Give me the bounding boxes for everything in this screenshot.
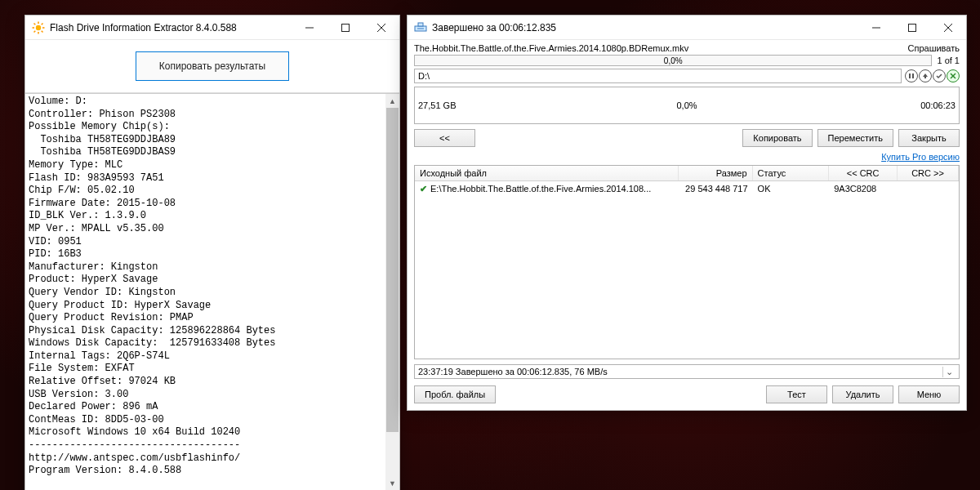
col-crc-out[interactable]: CRC >> xyxy=(898,166,959,180)
col-crc-in[interactable]: << CRC xyxy=(829,166,898,180)
minimize-button[interactable] xyxy=(858,16,894,40)
col-size[interactable]: Размер xyxy=(679,166,753,180)
cell-crc-in: 9A3C8208 xyxy=(829,183,898,195)
bottom-button-row: Пробл. файлы Тест Удалить Меню xyxy=(414,385,960,403)
vertical-scrollbar[interactable]: ▲ ▼ xyxy=(385,94,399,490)
buy-pro-link[interactable]: Купить Pro версию xyxy=(881,152,960,162)
main-button-row: << Копировать Переместить Закрыть xyxy=(414,129,960,147)
copy-bar: Копировать результаты xyxy=(25,40,399,93)
titlebar[interactable]: Завершено за 00:06:12.835 xyxy=(408,16,966,40)
total-time: 00:06:23 xyxy=(920,100,956,110)
file-list-header: Исходный файл Размер Статус << CRC CRC >… xyxy=(415,166,959,181)
file-progress-percent: 0,0% xyxy=(664,56,683,65)
total-progress-bar: 27,51 GB 0,0% 00:06:23 xyxy=(414,87,960,124)
status-dropdown-icon[interactable]: ⌄ xyxy=(942,367,956,377)
svg-rect-21 xyxy=(912,74,914,78)
svg-marker-22 xyxy=(923,74,928,78)
scroll-up-arrow[interactable]: ▲ xyxy=(385,94,399,108)
svg-line-7 xyxy=(34,30,36,32)
col-source[interactable]: Исходный файл xyxy=(415,166,679,180)
cell-status: OK xyxy=(753,183,830,195)
flash-info-window: Flash Drive Information Extractor 8.4.0.… xyxy=(24,15,400,490)
table-row[interactable]: ✔E:\The.Hobbit.The.Battle.of.the.Five.Ar… xyxy=(415,181,959,197)
menu-button[interactable]: Меню xyxy=(898,385,960,403)
app-icon xyxy=(32,21,45,34)
window-title: Flash Drive Information Extractor 8.4.0.… xyxy=(50,22,292,33)
close-task-button[interactable]: Закрыть xyxy=(898,129,960,147)
svg-line-5 xyxy=(34,23,36,24)
back-button[interactable]: << xyxy=(414,129,475,147)
total-percent: 0,0% xyxy=(676,100,697,110)
scroll-track[interactable] xyxy=(385,108,399,476)
conflict-mode-label[interactable]: Спрашивать xyxy=(908,43,960,53)
current-filename: The.Hobbit.The.Battle.of.the.Five.Armies… xyxy=(414,43,905,53)
svg-line-6 xyxy=(42,30,43,32)
copy-task-window: Завершено за 00:06:12.835 The.Hobbit.The… xyxy=(407,15,967,411)
scroll-thumb[interactable] xyxy=(386,108,399,432)
action-icons xyxy=(905,69,960,82)
svg-rect-14 xyxy=(418,23,423,26)
info-area: Volume: D: Controller: Phison PS2308 Pos… xyxy=(25,93,399,490)
cell-source: ✔E:\The.Hobbit.The.Battle.of.the.Five.Ar… xyxy=(415,183,679,195)
move-button[interactable]: Переместить xyxy=(817,129,893,147)
problem-files-button[interactable]: Пробл. файлы xyxy=(414,385,496,403)
confirm-icon[interactable] xyxy=(933,69,946,82)
up-icon[interactable] xyxy=(919,69,932,82)
svg-rect-10 xyxy=(342,24,350,31)
maximize-button[interactable] xyxy=(327,16,363,40)
test-button[interactable]: Тест xyxy=(766,385,827,403)
window-controls xyxy=(858,16,966,40)
window-controls xyxy=(292,16,399,40)
pause-icon[interactable] xyxy=(905,69,918,82)
destination-path[interactable]: D:\ xyxy=(414,69,902,83)
cancel-icon[interactable] xyxy=(947,69,960,82)
copy-button[interactable]: Копировать xyxy=(742,129,812,147)
pro-link-row: Купить Pro версию xyxy=(414,152,960,162)
svg-rect-20 xyxy=(909,74,911,78)
total-size: 27,51 GB xyxy=(418,100,456,110)
file-list: Исходный файл Размер Статус << CRC CRC >… xyxy=(414,165,960,359)
scroll-down-arrow[interactable]: ▼ xyxy=(385,476,399,490)
svg-rect-17 xyxy=(909,24,916,31)
copy-results-button[interactable]: Копировать результаты xyxy=(136,51,289,81)
maximize-button[interactable] xyxy=(894,16,930,40)
status-line: 23:37:19 Завершено за 00:06:12.835, 76 M… xyxy=(414,364,960,379)
minimize-button[interactable] xyxy=(292,16,327,40)
svg-point-0 xyxy=(36,24,41,29)
titlebar[interactable]: Flash Drive Information Extractor 8.4.0.… xyxy=(25,16,399,40)
cell-size: 29 543 448 717 xyxy=(679,183,753,195)
window-body: The.Hobbit.The.Battle.of.the.Five.Armies… xyxy=(408,40,966,410)
close-button[interactable] xyxy=(363,16,399,40)
cell-crc-out xyxy=(898,183,959,195)
check-icon: ✔ xyxy=(420,184,427,194)
file-count: 1 of 1 xyxy=(937,56,960,65)
status-text: 23:37:19 Завершено за 00:06:12.835, 76 M… xyxy=(418,367,608,376)
col-status[interactable]: Статус xyxy=(753,166,830,180)
close-button[interactable] xyxy=(930,16,966,40)
device-info-text[interactable]: Volume: D: Controller: Phison PS2308 Pos… xyxy=(25,94,385,490)
delete-button[interactable]: Удалить xyxy=(832,385,893,403)
file-list-body[interactable]: ✔E:\The.Hobbit.The.Battle.of.the.Five.Ar… xyxy=(415,181,959,359)
file-progress-bar: 0,0% xyxy=(414,55,932,66)
window-title: Завершено за 00:06:12.835 xyxy=(432,22,858,33)
svg-line-8 xyxy=(42,23,43,24)
app-icon xyxy=(414,21,427,34)
